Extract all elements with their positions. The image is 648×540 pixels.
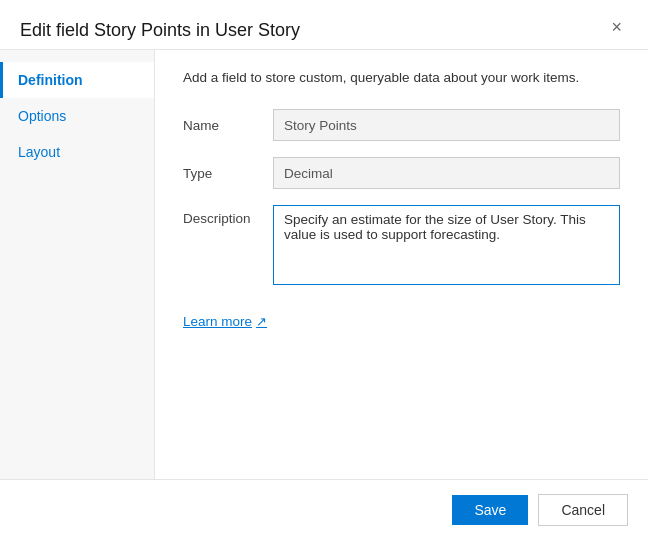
close-button[interactable]: × bbox=[605, 16, 628, 38]
type-row: Type bbox=[183, 157, 620, 189]
name-input[interactable] bbox=[273, 109, 620, 141]
sidebar: Definition Options Layout bbox=[0, 50, 155, 479]
main-content: Add a field to store custom, queryable d… bbox=[155, 50, 648, 479]
dialog-footer: Save Cancel bbox=[0, 479, 648, 540]
sidebar-item-options[interactable]: Options bbox=[0, 98, 154, 134]
description-label: Description bbox=[183, 205, 273, 226]
dialog-header: Edit field Story Points in User Story × bbox=[0, 0, 648, 50]
cancel-button[interactable]: Cancel bbox=[538, 494, 628, 526]
name-row: Name bbox=[183, 109, 620, 141]
sidebar-item-definition[interactable]: Definition bbox=[0, 62, 154, 98]
type-label: Type bbox=[183, 166, 273, 181]
content-description: Add a field to store custom, queryable d… bbox=[183, 70, 620, 85]
name-label: Name bbox=[183, 118, 273, 133]
dialog-title: Edit field Story Points in User Story bbox=[20, 16, 300, 41]
sidebar-item-layout[interactable]: Layout bbox=[0, 134, 154, 170]
learn-more-row: Learn more ↗ bbox=[183, 313, 620, 329]
dialog: Edit field Story Points in User Story × … bbox=[0, 0, 648, 540]
description-textarea[interactable] bbox=[273, 205, 620, 285]
external-link-icon: ↗ bbox=[256, 314, 267, 329]
save-button[interactable]: Save bbox=[452, 495, 528, 525]
type-input[interactable] bbox=[273, 157, 620, 189]
description-row: Description bbox=[183, 205, 620, 285]
learn-more-link[interactable]: Learn more ↗ bbox=[183, 314, 267, 329]
dialog-body: Definition Options Layout Add a field to… bbox=[0, 50, 648, 479]
